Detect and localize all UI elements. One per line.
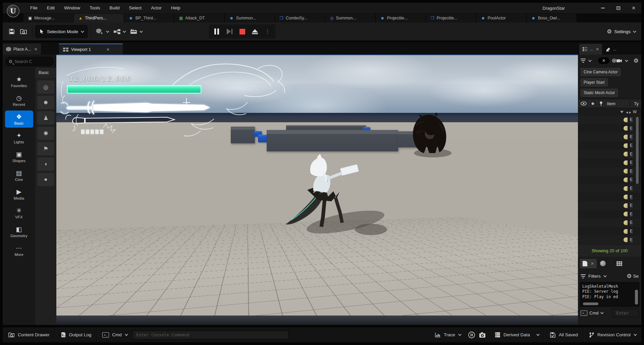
horizontal-scrollbar[interactable]	[583, 302, 598, 305]
trace-pause-button[interactable]	[466, 327, 477, 342]
expand-arrow-icon[interactable]	[620, 111, 624, 113]
menu-item[interactable]: Help	[166, 3, 185, 13]
type-column-header[interactable]: Ty	[634, 101, 639, 106]
category-item[interactable]: Basic	[5, 111, 33, 128]
outliner-row[interactable]: E	[578, 141, 641, 150]
outliner-row[interactable]: E	[578, 133, 641, 141]
outliner-tab[interactable]: ... ✕	[579, 44, 602, 55]
filter-chip[interactable]: Player Start	[581, 78, 608, 86]
clear-filters-button[interactable]: ✕	[598, 57, 609, 64]
selection-mode-dropdown[interactable]: Selection Mode	[35, 25, 88, 38]
frame-skip-button[interactable]	[224, 26, 235, 37]
cmd-dropdown[interactable]: >_ Cmd	[97, 327, 132, 342]
vertical-scrollbar[interactable]	[635, 290, 638, 304]
category-item[interactable]: Cine	[5, 167, 33, 184]
console-command-input[interactable]: Enter	[612, 309, 639, 317]
filter-chip[interactable]: Static Mesh Actor	[581, 89, 618, 97]
world-globe-icon[interactable]	[600, 261, 606, 266]
category-item[interactable]: Shapes	[5, 148, 33, 165]
placeable-item[interactable]	[37, 157, 54, 171]
menu-item[interactable]: File	[25, 3, 42, 13]
asset-tab[interactable]: Summon...	[225, 14, 275, 22]
cinematics-dropdown[interactable]	[127, 25, 144, 38]
outliner-row[interactable]: E	[578, 201, 641, 210]
placeable-item[interactable]	[37, 111, 54, 125]
asset-tab[interactable]: Projectile...	[376, 14, 426, 22]
category-item[interactable]: Recent	[5, 92, 33, 109]
outliner-row[interactable]: E	[578, 150, 641, 158]
asset-tab[interactable]: Summon...	[325, 14, 376, 22]
search-input[interactable]: Search C	[5, 57, 54, 66]
asset-tab[interactable]: Boss_Owl...	[527, 14, 577, 22]
close-icon[interactable]: ✕	[34, 47, 38, 52]
chevron-down-icon[interactable]	[600, 311, 604, 315]
derived-data-dropdown[interactable]: Derived Data	[489, 327, 544, 342]
filter-chip[interactable]: Cine Camera Actor	[581, 68, 621, 76]
close-icon[interactable]: ✕	[591, 261, 594, 266]
favorite-star-icon[interactable]: ★	[591, 101, 595, 106]
outliner-row[interactable]: E	[578, 227, 641, 236]
viewport-tab[interactable]: Viewport 1 ✕	[59, 44, 123, 55]
revision-control-dropdown[interactable]: Revision Control	[584, 327, 641, 342]
stop-button[interactable]	[236, 26, 248, 37]
pin-icon[interactable]	[599, 101, 603, 106]
asset-tab[interactable]: BP_Third...	[124, 14, 174, 22]
eject-button[interactable]	[249, 26, 261, 37]
menu-item[interactable]: Window	[59, 3, 85, 13]
outliner-row[interactable]: E	[578, 176, 641, 184]
cmd-dropdown[interactable]: Cmd	[589, 310, 598, 316]
asset-tab[interactable]: ComboSy...	[275, 14, 325, 22]
log-settings-button[interactable]: ⚙ Se	[627, 273, 639, 279]
placeable-item[interactable]	[37, 80, 54, 94]
category-item[interactable]: VFX	[5, 204, 33, 221]
item-column-header[interactable]: Item	[607, 101, 615, 106]
category-item[interactable]: More	[5, 242, 33, 259]
chevron-down-icon[interactable]	[603, 274, 607, 278]
close-icon[interactable]: ✕	[596, 47, 599, 52]
category-item[interactable]: Favorites	[5, 73, 33, 90]
placeable-item[interactable]	[37, 127, 54, 140]
placeable-item[interactable]	[37, 142, 54, 155]
asset-tab[interactable]: Projectile...	[426, 14, 476, 22]
menu-item[interactable]: Edit	[42, 3, 59, 13]
outliner-scrollbar[interactable]	[636, 117, 639, 184]
menu-item[interactable]: Select	[124, 3, 147, 13]
add-actor-dropdown[interactable]	[93, 25, 111, 38]
outliner-row[interactable]: E	[578, 124, 641, 133]
minimize-button[interactable]	[595, 3, 610, 13]
placeable-item[interactable]	[37, 173, 54, 186]
outliner-row[interactable]: E	[578, 218, 641, 227]
asset-tab[interactable]: Message...	[23, 14, 74, 22]
pause-button[interactable]	[211, 26, 222, 37]
unreal-logo-icon[interactable]: U	[5, 3, 21, 19]
close-icon[interactable]: ✕	[106, 47, 110, 52]
settings-dropdown[interactable]: ⚙ Settings	[607, 29, 641, 34]
output-log-button[interactable]: Output Log	[55, 327, 97, 342]
outliner-row[interactable]: E	[578, 158, 641, 167]
place-actors-tab[interactable]: Place A... ✕	[3, 44, 41, 55]
category-item[interactable]: Media	[5, 186, 33, 203]
output-log-doc-tab[interactable]: ✕	[580, 259, 597, 268]
pie-options-menu[interactable]: ⋮	[262, 26, 273, 37]
camera-add-icon[interactable]	[612, 58, 622, 63]
trace-dropdown[interactable]: Trace	[430, 327, 466, 342]
asset-tab[interactable]: PoolActor	[476, 14, 527, 22]
menu-item[interactable]: Build	[105, 3, 124, 13]
console-command-input[interactable]: Enter Console Command	[132, 331, 288, 339]
outliner-row[interactable]: E	[578, 116, 641, 124]
visibility-eye-icon[interactable]	[581, 101, 587, 106]
output-log-text[interactable]: LogSkeletalMeshPIE: Server logPIE: Play …	[580, 282, 639, 307]
maximize-button[interactable]	[610, 3, 626, 13]
details-tab[interactable]: ...	[603, 44, 620, 55]
grid-panel-icon[interactable]	[616, 261, 622, 266]
all-saved-button[interactable]: All Saved	[544, 327, 583, 342]
menu-item[interactable]: Tools	[85, 3, 105, 13]
outliner-row[interactable]: E	[578, 193, 641, 201]
asset-tab[interactable]: Attack_DT	[174, 14, 225, 22]
outliner-row[interactable]: E	[578, 210, 641, 219]
placeable-item[interactable]	[37, 96, 54, 109]
world-tree-row[interactable]: ▲▲ W	[578, 108, 641, 116]
content-drawer-button[interactable]: Content Drawer	[3, 327, 55, 342]
close-button[interactable]: ✕	[626, 3, 641, 13]
blueprints-dropdown[interactable]	[111, 25, 127, 38]
